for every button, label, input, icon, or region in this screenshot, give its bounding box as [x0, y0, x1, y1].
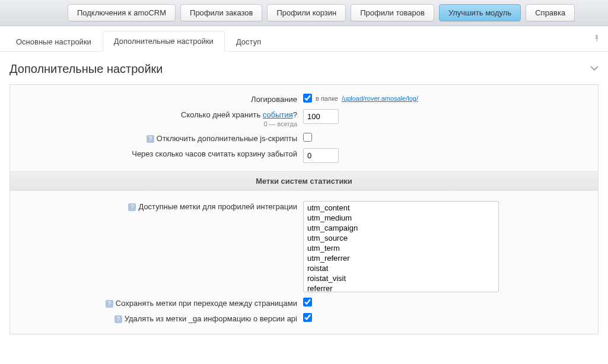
events-label-prefix: Сколько дней хранить	[181, 110, 263, 119]
label-remove-ga: Удалять из метки _ga информацию о версии…	[125, 314, 297, 323]
tag-option[interactable]: utm_campaign	[305, 223, 497, 233]
label-save-tags: Сохранять метки при переходе между стран…	[116, 299, 297, 308]
pin-icon[interactable]	[593, 34, 601, 45]
select-tags[interactable]: utm_contentutm_mediumutm_campaignutm_sou…	[303, 201, 499, 292]
tag-option[interactable]: referrer	[305, 283, 497, 292]
label-events-days: Сколько дней хранить события?	[181, 110, 297, 119]
order-profiles-button[interactable]: Профили заказов	[180, 4, 262, 21]
row-disable-js: ?Отключить дополнительные js-скрипты	[10, 130, 598, 145]
row-save-tags: ?Сохранять метки при переходе между стра…	[10, 295, 598, 310]
help-button[interactable]: Справка	[526, 4, 575, 21]
row-cart-hours: Через сколько часов считать корзину забы…	[10, 145, 598, 165]
label-disable-js: Отключить дополнительные js-скрипты	[157, 134, 297, 143]
logging-path-link[interactable]: /upload/rover.amosale/log/	[342, 95, 418, 102]
tabs-row: Основные настройки Дополнительные настро…	[0, 26, 608, 52]
help-icon[interactable]: ?	[106, 300, 113, 308]
tag-option[interactable]: roistat	[305, 263, 497, 273]
cart-profiles-button[interactable]: Профили корзин	[267, 4, 346, 21]
tag-option[interactable]: utm_referrer	[305, 253, 497, 263]
logging-folder-prefix: в папке	[316, 95, 338, 102]
heading-row: Дополнительные настройки	[0, 52, 608, 84]
connections-button[interactable]: Подключения к amoCRM	[68, 4, 176, 21]
input-cart-hours[interactable]	[303, 148, 339, 163]
tab-main-settings[interactable]: Основные настройки	[5, 31, 103, 52]
row-remove-ga: ?Удалять из метки _ga информацию о верси…	[10, 310, 598, 325]
tag-option[interactable]: utm_medium	[305, 213, 497, 223]
tag-option[interactable]: utm_source	[305, 233, 497, 243]
page-title: Дополнительные настройки	[9, 62, 163, 76]
events-sub: 0 — всегда	[10, 120, 297, 127]
form-panel: Логирование в папке /upload/rover.amosal…	[9, 84, 599, 334]
row-events-days: Сколько дней хранить события? 0 — всегда	[10, 106, 598, 130]
row-tags: ?Доступные метки для профилей интеграции…	[10, 198, 598, 295]
input-events-days[interactable]	[303, 109, 339, 124]
section-stats-tags: Метки систем статистики	[10, 171, 598, 191]
checkbox-logging[interactable]	[303, 94, 312, 103]
help-icon[interactable]: ?	[128, 203, 136, 211]
checkbox-disable-js[interactable]	[303, 133, 312, 142]
improve-module-button[interactable]: Улучшить модуль	[439, 4, 521, 21]
events-label-suffix: ?	[293, 110, 297, 119]
product-profiles-button[interactable]: Профили товаров	[351, 4, 434, 21]
help-icon[interactable]: ?	[147, 135, 154, 143]
tag-option[interactable]: roistat_visit	[305, 273, 497, 283]
collapse-icon[interactable]	[590, 65, 599, 74]
checkbox-remove-ga[interactable]	[303, 313, 312, 322]
tag-option[interactable]: utm_term	[305, 243, 497, 253]
label-tags: Доступные метки для профилей интеграции	[138, 202, 297, 211]
label-cart-hours: Через сколько часов считать корзину забы…	[10, 148, 303, 158]
tab-extra-settings[interactable]: Дополнительные настройки	[103, 31, 225, 52]
label-logging: Логирование	[10, 93, 303, 104]
help-icon[interactable]: ?	[114, 315, 122, 323]
tag-option[interactable]: utm_content	[305, 203, 497, 213]
row-logging: Логирование в папке /upload/rover.amosal…	[10, 85, 598, 106]
checkbox-save-tags[interactable]	[303, 298, 312, 306]
events-link[interactable]: события	[263, 110, 293, 119]
tab-access[interactable]: Доступ	[225, 31, 272, 52]
top-toolbar: Подключения к amoCRM Профили заказов Про…	[0, 0, 608, 26]
